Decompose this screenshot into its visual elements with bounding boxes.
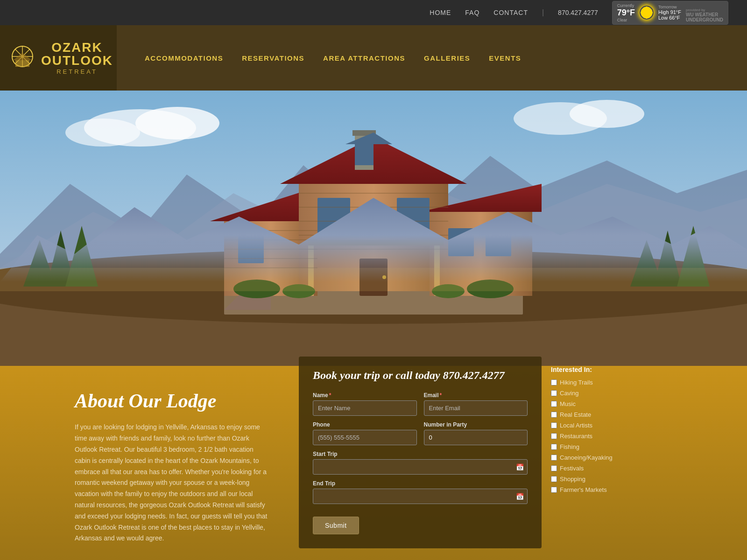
secondary-navigation: ACCOMMODATIONS RESERVATIONS AREA ATTRACT… [117,54,521,62]
caving-label[interactable]: Caving [560,390,578,397]
brand-name: OZARK OUTLOOK [41,41,113,67]
fishing-checkbox[interactable] [551,444,557,450]
farmersmarkets-label[interactable]: Farmer's Markets [560,486,607,493]
weather-widget: Currently 79°F Clear Tomorrow High 91°F … [612,1,728,25]
logo-icon [4,42,41,70]
sun-icon [640,6,654,20]
tomorrow-label: Tomorrow [658,5,681,9]
events-link[interactable]: EVENTS [489,54,521,62]
party-input[interactable] [424,430,528,445]
interested-in-section: Interested In: Hiking Trails Caving Musi… [542,357,635,506]
fishing-label[interactable]: Fishing [560,443,579,450]
svg-marker-20 [23,240,56,287]
end-date-wrap: 📅 [313,489,528,504]
top-navigation: HOME FAQ CONTACT | 870.427.4277 Currentl… [0,0,747,25]
phone-number: 870.427.4277 [558,9,598,16]
weather-tomorrow: Tomorrow High 91°F Low 66°F [658,5,681,21]
start-date-wrap: 📅 [313,459,528,475]
end-trip-label: End Trip [313,480,528,487]
caving-checkbox[interactable] [551,390,557,396]
restaurants-label[interactable]: Restaurants [560,433,592,440]
start-calendar-icon[interactable]: 📅 [516,463,524,471]
logo-text: OZARK OUTLOOK RETREAT [41,41,113,75]
hiking-label[interactable]: Hiking Trails [560,379,593,386]
svg-rect-34 [317,198,350,235]
end-trip-row: End Trip 📅 [313,480,528,504]
booking-form: Book your trip or call today 870.427.427… [299,357,542,548]
svg-point-39 [382,275,386,279]
localartists-checkbox[interactable] [551,422,557,428]
header-bar: OZARK OUTLOOK RETREAT ACCOMMODATIONS RES… [0,25,747,91]
phone-label: Phone [313,421,417,428]
name-label: Name* [313,392,417,399]
canoeing-checkbox[interactable] [551,455,557,461]
svg-rect-44 [448,228,474,256]
music-checkbox[interactable] [551,401,557,407]
submit-button[interactable]: Submit [313,517,359,534]
checkbox-fishing: Fishing [551,443,626,450]
svg-marker-6 [15,60,29,67]
current-temp: 79°F [617,8,635,18]
phone-input[interactable] [313,430,417,445]
high-temp: High 91°F [658,9,681,15]
start-trip-label: Start Trip [313,451,528,457]
festivals-checkbox[interactable] [551,465,557,471]
party-group: Number in Party [424,421,528,445]
svg-rect-43 [238,235,264,263]
hiking-checkbox[interactable] [551,379,557,385]
shopping-label[interactable]: Shopping [560,476,585,483]
localartists-label[interactable]: Local Artists [560,422,592,429]
farmersmarkets-checkbox[interactable] [551,487,557,493]
faq-link[interactable]: FAQ [465,9,479,16]
booking-title: Book your trip or call today 870.427.427… [313,368,528,383]
start-trip-row: Start Trip 📅 [313,451,528,475]
weather-currently: Currently 79°F Clear [617,3,635,22]
phone-party-row: Phone Number in Party [313,421,528,445]
name-input[interactable] [313,400,417,416]
brand-sub: RETREAT [41,68,113,75]
checkbox-hiking: Hiking Trails [551,379,626,386]
hero-image [0,91,747,366]
realestate-checkbox[interactable] [551,412,557,418]
canoeing-label[interactable]: Canoeing/Kayaking [560,454,613,461]
checkbox-canoeing: Canoeing/Kayaking [551,454,626,461]
end-calendar-icon[interactable]: 📅 [516,493,524,500]
svg-point-13 [570,100,644,128]
shopping-checkbox[interactable] [551,476,557,482]
home-link[interactable]: HOME [430,9,451,16]
svg-marker-23 [630,240,663,287]
galleries-link[interactable]: GALLERIES [424,54,470,62]
checkbox-shopping: Shopping [551,476,626,483]
svg-rect-45 [486,228,511,256]
festivals-label[interactable]: Festivals [560,465,584,472]
checkbox-festivals: Festivals [551,465,626,472]
name-group: Name* [313,392,417,416]
svg-rect-35 [397,198,430,235]
svg-point-11 [65,119,140,147]
realestate-label[interactable]: Real Estate [560,411,591,418]
svg-point-10 [135,107,219,140]
music-label[interactable]: Music [560,400,576,407]
accommodations-link[interactable]: ACCOMMODATIONS [145,54,223,62]
end-date-input[interactable] [313,489,528,504]
wu-logo: WU WEATHERUNDERGROUND [686,12,723,22]
nav-divider: | [542,8,544,17]
content-section: About Our Lodge If you are looking for l… [0,366,747,560]
reservations-link[interactable]: RESERVATIONS [242,54,304,62]
about-text: If you are looking for lodging in Yellvi… [75,422,271,544]
party-label: Number in Party [424,421,528,428]
current-desc: Clear [617,18,635,22]
email-group: Email* [424,392,528,416]
area-attractions-link[interactable]: AREA ATTRACTIONS [323,54,405,62]
email-label: Email* [424,392,528,399]
currently-label: Currently [617,3,635,8]
checkbox-caving: Caving [551,390,626,397]
end-trip-group: End Trip 📅 [313,480,528,504]
email-input[interactable] [424,400,528,416]
restaurants-checkbox[interactable] [551,433,557,439]
start-date-input[interactable] [313,459,528,475]
contact-link[interactable]: CONTACT [493,9,528,16]
phone-group: Phone [313,421,417,445]
low-temp: Low 66°F [658,15,681,21]
checkbox-realestate: Real Estate [551,411,626,418]
